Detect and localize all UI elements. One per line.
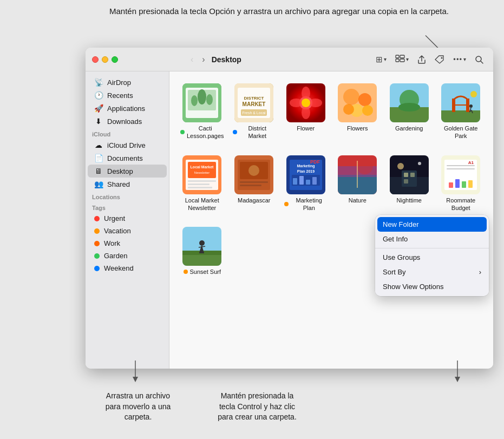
svg-rect-57 xyxy=(240,181,268,183)
tag-button[interactable] xyxy=(431,53,448,66)
file-icon-sunset xyxy=(182,227,221,266)
back-button[interactable]: ‹ xyxy=(188,54,195,65)
svg-point-24 xyxy=(309,99,322,107)
file-dot xyxy=(184,270,188,274)
file-item-district[interactable]: DISTRICT MARKET Fresh & Local District M… xyxy=(231,80,278,143)
title-bar: ‹ › Desktop ⊞ ▾ ▾ xyxy=(86,48,493,71)
forward-button[interactable]: › xyxy=(200,54,207,65)
search-button[interactable] xyxy=(472,53,487,66)
icloud-drive-icon: ☁ xyxy=(94,141,103,149)
file-label: Flowers xyxy=(347,125,368,132)
file-name-row: Sunset Surf xyxy=(184,268,221,276)
tag-label: Weekend xyxy=(104,264,134,272)
svg-point-30 xyxy=(358,93,371,106)
sidebar-item-weekend[interactable]: Weekend xyxy=(88,262,167,274)
file-icon-madagascar xyxy=(234,155,273,194)
vacation-dot xyxy=(94,228,100,234)
ellipsis-icon: ••• xyxy=(453,55,462,63)
file-label: Flower xyxy=(297,125,315,132)
work-dot xyxy=(94,241,100,246)
file-icon-marketing: Marketing Plan 2019 PDF xyxy=(286,155,325,194)
file-icon-flowers xyxy=(338,83,377,122)
view-toggle-button[interactable]: ⊞ ▾ xyxy=(372,53,390,67)
file-label: Roommate Budget xyxy=(440,196,483,212)
more-button[interactable]: ••• ▾ xyxy=(450,53,469,65)
file-item-cacti[interactable]: Cacti Lesson.pages xyxy=(178,80,226,143)
svg-rect-88 xyxy=(455,179,460,188)
sidebar-item-airdrop[interactable]: 📡 AirDrop xyxy=(88,76,167,89)
airdrop-icon: 📡 xyxy=(94,78,103,87)
sidebar-item-vacation[interactable]: Vacation xyxy=(88,225,167,237)
file-item-gardening[interactable]: Gardening xyxy=(385,80,433,143)
sidebar-item-applications[interactable]: 🚀 Applications xyxy=(88,102,167,115)
sidebar-item-shared[interactable]: 👥 Shared xyxy=(88,178,167,191)
svg-text:MARKET: MARKET xyxy=(243,101,266,107)
share-button[interactable] xyxy=(414,53,429,67)
svg-rect-65 xyxy=(299,176,304,185)
urgent-dot xyxy=(94,216,100,221)
svg-point-32 xyxy=(343,104,354,115)
file-icon-district: DISTRICT MARKET Fresh & Local xyxy=(234,83,273,122)
context-menu-use-groups[interactable]: Use Groups xyxy=(375,250,489,265)
sidebar-item-label: Recents xyxy=(107,91,133,100)
svg-rect-2 xyxy=(396,55,399,58)
file-label: Sunset Surf xyxy=(190,268,221,276)
bottom-left-annotation: Arrastra un archivo para moverlo a una c… xyxy=(103,391,173,423)
sidebar-item-downloads[interactable]: ⬇ Downloads xyxy=(88,115,167,128)
svg-text:Plan 2019: Plan 2019 xyxy=(297,169,315,173)
window-body: 📡 AirDrop 🕐 Recents 🚀 Applications ⬇ Dow… xyxy=(86,71,493,369)
svg-text:PDF: PDF xyxy=(310,159,320,165)
file-item-local[interactable]: Local Market Newsletter Local Market New… xyxy=(178,152,226,215)
svg-rect-52 xyxy=(188,187,212,188)
svg-point-33 xyxy=(362,105,373,116)
file-label: Nature xyxy=(349,196,366,204)
svg-marker-97 xyxy=(133,377,138,382)
tags-label: Tags xyxy=(86,201,169,212)
file-icon-gardening xyxy=(390,83,429,122)
close-button[interactable] xyxy=(92,56,99,63)
context-menu-item-label: New Folder xyxy=(383,220,418,228)
file-item-nighttime[interactable]: Nighttime xyxy=(385,152,433,215)
context-menu-item-label: Show View Options xyxy=(383,283,444,291)
group-button[interactable]: ▾ xyxy=(392,53,412,66)
context-menu-new-folder[interactable]: New Folder xyxy=(377,217,487,232)
sidebar-item-garden[interactable]: Garden xyxy=(88,250,167,262)
desktop-icon: 🖥 xyxy=(94,167,103,175)
svg-rect-50 xyxy=(188,180,216,182)
sidebar-item-label: iCloud Drive xyxy=(107,141,146,149)
svg-rect-58 xyxy=(240,185,261,186)
file-item-flower[interactable]: Flower xyxy=(282,80,330,143)
sidebar-item-documents[interactable]: 📄 Documents xyxy=(88,152,167,165)
arrow-bottom-right xyxy=(452,361,463,382)
file-item-roommate[interactable]: A1 Roommate Budget xyxy=(437,152,485,215)
context-menu-sort-by[interactable]: Sort By › xyxy=(375,265,489,279)
sidebar-item-desktop[interactable]: 🖥 Desktop xyxy=(88,165,167,178)
svg-rect-79 xyxy=(404,173,408,177)
sidebar-item-urgent[interactable]: Urgent xyxy=(88,212,167,225)
submenu-arrow-icon: › xyxy=(479,268,481,276)
context-menu-show-view-options[interactable]: Show View Options xyxy=(375,279,489,294)
documents-icon: 📄 xyxy=(94,154,103,162)
maximize-button[interactable] xyxy=(112,56,118,63)
file-item-sunset[interactable]: Sunset Surf xyxy=(178,224,226,279)
svg-rect-67 xyxy=(312,177,317,185)
svg-text:Fresh & Local: Fresh & Local xyxy=(243,111,266,115)
sidebar-item-recents[interactable]: 🕐 Recents xyxy=(88,89,167,102)
file-item-goldengate[interactable]: Golden Gate Park xyxy=(437,80,485,143)
sidebar-item-icloud-drive[interactable]: ☁ iCloud Drive xyxy=(88,139,167,152)
file-item-madagascar[interactable]: Madagascar xyxy=(231,152,278,215)
context-menu-item-label: Use Groups xyxy=(383,253,420,261)
file-label: Gardening xyxy=(395,125,423,132)
context-menu-get-info[interactable]: Get Info xyxy=(375,232,489,246)
traffic-lights xyxy=(92,56,118,63)
file-name-row: Cacti Lesson.pages xyxy=(180,125,224,140)
file-icon-nighttime xyxy=(390,155,429,194)
minimize-button[interactable] xyxy=(102,56,108,63)
file-item-marketing[interactable]: Marketing Plan 2019 PDF Marketing Pla xyxy=(282,152,330,215)
file-item-nature[interactable]: Nature xyxy=(334,152,382,215)
file-dot xyxy=(180,130,185,134)
sidebar-item-work[interactable]: Work xyxy=(88,237,167,250)
file-icon-local: Local Market Newsletter xyxy=(182,155,221,194)
svg-text:DISTRICT: DISTRICT xyxy=(244,96,264,101)
file-item-flowers[interactable]: Flowers xyxy=(334,80,382,143)
